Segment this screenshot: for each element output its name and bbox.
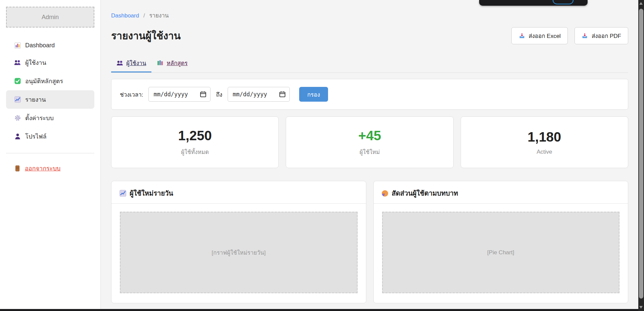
users-icon xyxy=(14,59,21,66)
main-content: Dashboard / รายงาน รายงานผู้ใช้งาน ส่งออ… xyxy=(101,0,638,309)
pie-chart-placeholder: [Pie Chart] xyxy=(382,212,620,293)
date-to-wrap xyxy=(228,87,290,102)
tab-users[interactable]: ผู้ใช้งาน xyxy=(111,56,151,72)
panel-header: ผู้ใช้ใหม่รายวัน xyxy=(111,181,366,204)
sidebar-item-label: รายงาน xyxy=(25,95,46,104)
panel-daily-new-users: ผู้ใช้ใหม่รายวัน [กราฟผู้ใช้ใหม่รายวัน] xyxy=(111,181,366,303)
page-title: รายงานผู้ใช้งาน xyxy=(111,28,181,44)
date-filter-card: ช่วงเวลา: ถึง กรอง xyxy=(111,79,628,110)
sidebar-item-label: อนุมัติหลักสูตร xyxy=(25,76,63,86)
users-icon xyxy=(117,60,123,66)
stat-label: ผู้ใช้ใหม่ xyxy=(360,147,380,156)
sidebar-item-dashboard[interactable]: Dashboard xyxy=(6,38,94,53)
bar-chart-icon xyxy=(14,42,21,49)
export-excel-button[interactable]: ส่งออก Excel xyxy=(511,27,568,44)
download-icon xyxy=(582,33,588,39)
sidebar-item-label: Dashboard xyxy=(25,42,55,49)
breadcrumb: Dashboard / รายงาน xyxy=(111,11,628,20)
filter-button[interactable]: กรอง xyxy=(299,87,328,102)
stat-card-active-users: 1,180 Active xyxy=(461,116,628,168)
date-range-label: ช่วงเวลา: xyxy=(120,90,143,99)
sidebar-item-profile[interactable]: โปรไฟล์ xyxy=(6,127,94,146)
books-icon xyxy=(157,60,164,66)
scrollbar-thumb[interactable] xyxy=(639,9,643,299)
panel-header: สัดส่วนผู้ใช้ตามบทบาท xyxy=(374,181,628,204)
tab-courses[interactable]: หลักสูตร xyxy=(151,56,193,72)
panel-title: ผู้ใช้ใหม่รายวัน xyxy=(130,188,173,199)
page-header: รายงานผู้ใช้งาน ส่งออก Excel ส่งออก PDF xyxy=(111,27,628,44)
stat-card-new-users: +45 ผู้ใช้ใหม่ xyxy=(286,116,453,168)
sidebar-item-label: ตั้งค่าระบบ xyxy=(25,113,54,123)
logout-label: ออกจากระบบ xyxy=(25,163,60,173)
placeholder-text: [Pie Chart] xyxy=(487,249,514,256)
breadcrumb-separator: / xyxy=(143,12,145,19)
sidebar-item-reports[interactable]: รายงาน xyxy=(6,90,94,109)
stat-label: Active xyxy=(537,149,552,155)
scrollbar[interactable] xyxy=(638,0,644,311)
overlay-focused-button[interactable] xyxy=(553,0,573,4)
admin-avatar-placeholder: Admin xyxy=(6,7,94,28)
gear-icon xyxy=(14,115,21,121)
export-pdf-button[interactable]: ส่งออก PDF xyxy=(574,27,628,44)
tab-users-label: ผู้ใช้งาน xyxy=(126,58,146,67)
sidebar: Admin Dashboard ผู้ใช้งาน อนุมัติหลักสูต… xyxy=(0,0,101,309)
sidebar-item-settings[interactable]: ตั้งค่าระบบ xyxy=(6,109,94,127)
stat-value: +45 xyxy=(358,128,381,143)
notification-overlay xyxy=(479,0,588,6)
logout-link[interactable]: ออกจากระบบ xyxy=(6,161,64,175)
door-icon xyxy=(14,165,21,172)
date-to-label: ถึง xyxy=(216,90,222,99)
sidebar-nav: Dashboard ผู้ใช้งาน อนุมัติหลักสูตร รายง… xyxy=(0,38,100,146)
line-chart-icon xyxy=(120,190,126,197)
placeholder-text: [กราฟผู้ใช้ใหม่รายวัน] xyxy=(212,248,266,257)
download-icon xyxy=(518,33,525,39)
calendar-icon[interactable] xyxy=(279,91,286,98)
export-excel-label: ส่งออก Excel xyxy=(528,31,561,40)
tab-bar: ผู้ใช้งาน หลักสูตร xyxy=(111,56,628,73)
pie-chart-icon xyxy=(382,190,388,197)
scrollbar-up-arrow[interactable] xyxy=(639,2,643,5)
sidebar-item-label: โปรไฟล์ xyxy=(25,132,47,141)
panel-title: สัดส่วนผู้ใช้ตามบทบาท xyxy=(392,188,458,199)
line-chart-icon xyxy=(14,96,21,103)
app-window: Admin Dashboard ผู้ใช้งาน อนุมัติหลักสูต… xyxy=(0,0,644,311)
stat-value: 1,180 xyxy=(527,129,561,145)
tab-courses-label: หลักสูตร xyxy=(167,58,187,67)
date-from-wrap xyxy=(148,87,211,102)
person-icon xyxy=(14,133,21,140)
sidebar-item-approve-courses[interactable]: อนุมัติหลักสูตร xyxy=(6,72,94,90)
stat-value: 1,250 xyxy=(178,128,212,143)
panel-users-by-role: สัดส่วนผู้ใช้ตามบทบาท [Pie Chart] xyxy=(373,181,629,303)
sidebar-divider xyxy=(6,153,94,153)
stats-row: 1,250 ผู้ใช้ทั้งหมด +45 ผู้ใช้ใหม่ 1,180… xyxy=(111,116,628,168)
sidebar-item-label: ผู้ใช้งาน xyxy=(25,58,46,67)
sidebar-item-users[interactable]: ผู้ใช้งาน xyxy=(6,53,94,72)
export-pdf-label: ส่งออก PDF xyxy=(592,31,621,40)
scrollbar-down-arrow[interactable] xyxy=(639,306,643,309)
check-icon xyxy=(14,78,21,85)
taskbar-edge xyxy=(0,309,644,311)
breadcrumb-dashboard-link[interactable]: Dashboard xyxy=(111,12,139,19)
admin-label: Admin xyxy=(42,14,59,21)
breadcrumb-current: รายงาน xyxy=(149,12,169,19)
export-buttons: ส่งออก Excel ส่งออก PDF xyxy=(511,27,628,44)
stat-card-total-users: 1,250 ผู้ใช้ทั้งหมด xyxy=(111,116,279,168)
calendar-icon[interactable] xyxy=(200,91,206,98)
stat-label: ผู้ใช้ทั้งหมด xyxy=(181,147,209,156)
chart-panels-row: ผู้ใช้ใหม่รายวัน [กราฟผู้ใช้ใหม่รายวัน] … xyxy=(111,181,628,303)
line-chart-placeholder: [กราฟผู้ใช้ใหม่รายวัน] xyxy=(120,212,358,293)
